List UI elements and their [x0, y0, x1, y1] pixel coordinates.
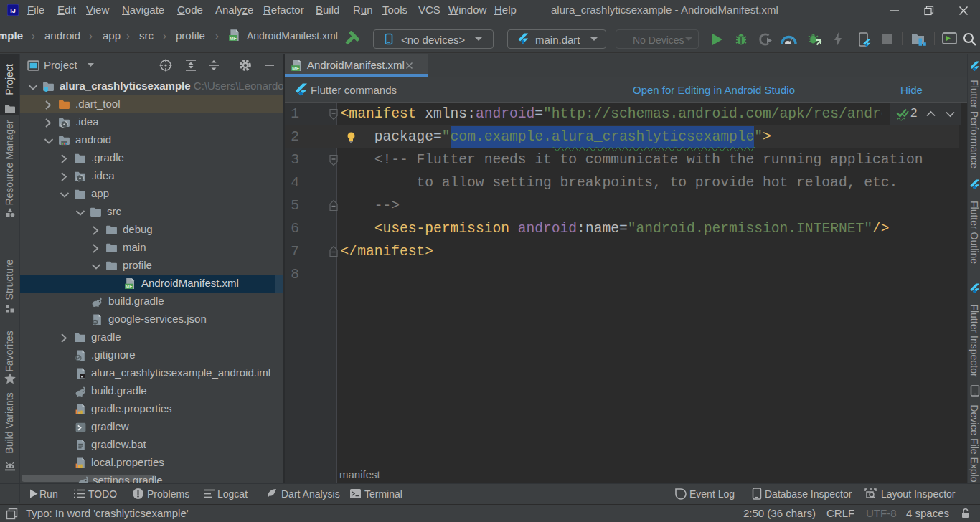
svg-text:IJ: IJ [10, 7, 16, 14]
svg-text:MF: MF [230, 36, 237, 41]
